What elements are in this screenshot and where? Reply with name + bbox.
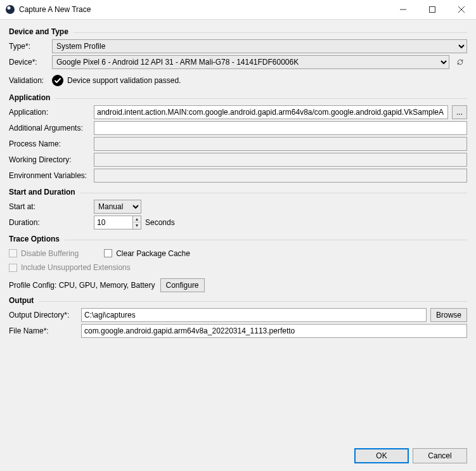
start-header: Start and Duration xyxy=(9,188,75,197)
svg-point-1 xyxy=(8,6,11,10)
checkbox-icon xyxy=(104,249,112,257)
filename-label: File Name*: xyxy=(9,325,77,337)
clear-cache-checkbox[interactable]: Clear Package Cache xyxy=(104,248,190,259)
browse-application-button[interactable]: ... xyxy=(452,105,467,119)
device-and-type-header: Device and Type xyxy=(9,27,68,36)
app-icon xyxy=(5,4,15,15)
addl-args-input[interactable] xyxy=(94,121,467,135)
maximize-button[interactable] xyxy=(418,0,447,19)
duration-spinner[interactable]: ▲ ▼ xyxy=(94,216,141,229)
process-input xyxy=(94,137,467,151)
application-input[interactable] xyxy=(94,105,448,119)
outdir-label: Output Directory*: xyxy=(9,309,77,321)
profile-config-label: Profile Config: CPU, GPU, Memory, Batter… xyxy=(9,281,155,290)
trace-header: Trace Options xyxy=(9,235,60,243)
configure-button[interactable]: Configure xyxy=(160,278,205,292)
application-label: Application: xyxy=(9,106,90,119)
start-at-label: Start at: xyxy=(9,200,90,213)
duration-up[interactable]: ▲ xyxy=(133,216,141,223)
minimize-button[interactable] xyxy=(389,0,418,19)
window-title: Capture A New Trace xyxy=(19,5,91,14)
filename-input[interactable] xyxy=(81,324,467,338)
validation-label: Validation: xyxy=(9,74,48,87)
process-label: Process Name: xyxy=(9,138,90,150)
checkbox-icon xyxy=(9,264,17,272)
duration-down[interactable]: ▼ xyxy=(133,223,141,229)
checkbox-icon xyxy=(9,249,17,257)
workdir-label: Working Directory: xyxy=(9,153,90,166)
disable-buffering-checkbox: Disable Buffering xyxy=(9,248,79,259)
svg-rect-3 xyxy=(430,7,435,13)
type-select[interactable]: System Profile xyxy=(52,39,467,53)
refresh-button[interactable] xyxy=(453,55,467,69)
type-label: Type*: xyxy=(9,40,48,53)
output-header: Output xyxy=(9,296,34,305)
application-header: Application xyxy=(9,93,50,102)
envvars-input xyxy=(94,169,467,183)
browse-button[interactable]: Browse xyxy=(430,308,467,322)
validation-message: Device support validation passed. xyxy=(67,76,181,85)
close-button[interactable] xyxy=(447,0,476,19)
device-label: Device*: xyxy=(9,56,48,68)
cancel-button[interactable]: Cancel xyxy=(413,448,467,463)
device-select[interactable]: Google Pixel 6 - Android 12 API 31 - ARM… xyxy=(52,55,449,69)
outdir-input[interactable] xyxy=(81,308,427,322)
svg-point-0 xyxy=(6,5,15,14)
duration-label: Duration: xyxy=(9,216,90,229)
addl-args-label: Additional Arguments: xyxy=(9,122,90,134)
start-at-select[interactable]: Manual xyxy=(94,200,141,214)
duration-unit: Seconds xyxy=(145,218,175,227)
workdir-input xyxy=(94,153,467,167)
include-ext-checkbox: Include Unsupported Extensions xyxy=(9,262,467,273)
envvars-label: Environment Variables: xyxy=(9,169,90,182)
ok-button[interactable]: OK xyxy=(354,448,409,463)
duration-input[interactable] xyxy=(94,216,132,229)
check-circle-icon xyxy=(52,75,63,86)
